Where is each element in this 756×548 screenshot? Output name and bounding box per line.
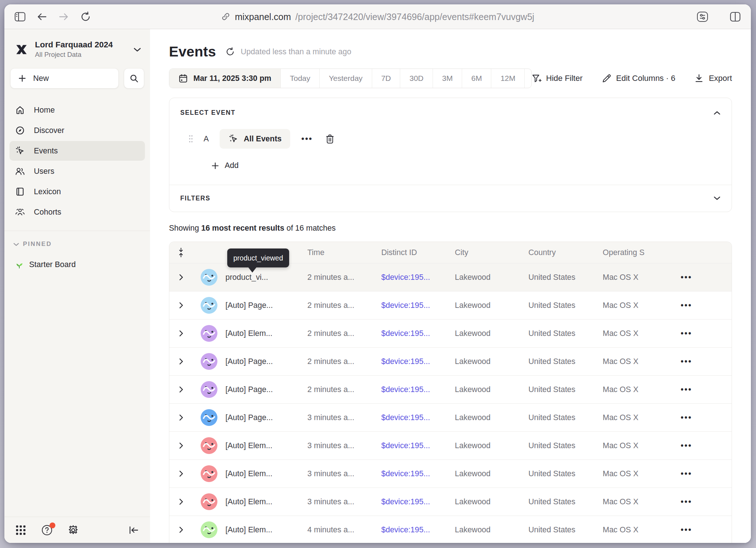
url-bar[interactable]: mixpanel.com/project/3472420/view/397469…: [221, 11, 534, 22]
row-more-icon[interactable]: •••: [673, 525, 732, 535]
event-os: Mac OS X: [603, 385, 673, 394]
event-avatar: [201, 409, 217, 426]
sidebar-item-events[interactable]: Events: [9, 141, 145, 161]
split-view-icon[interactable]: [729, 11, 741, 23]
event-name: [Auto] Elem...: [225, 469, 307, 478]
row-more-icon[interactable]: •••: [673, 329, 732, 338]
row-more-icon[interactable]: •••: [673, 413, 732, 423]
event-name: [Auto] Page...: [225, 357, 307, 366]
delete-event-icon[interactable]: [325, 134, 335, 144]
pinned-section-toggle[interactable]: PINNED: [13, 240, 141, 248]
event-avatar: [201, 381, 217, 398]
sidebar-toggle-icon[interactable]: [14, 11, 26, 23]
apps-grid-icon[interactable]: [15, 524, 27, 536]
back-button[interactable]: [36, 11, 48, 23]
expand-row-icon[interactable]: [169, 330, 196, 337]
row-more-icon[interactable]: •••: [673, 273, 732, 282]
reload-button[interactable]: [79, 11, 92, 23]
add-event-button[interactable]: Add: [211, 161, 721, 170]
range-3m[interactable]: 3M: [433, 69, 462, 88]
distinct-id-link[interactable]: $device:195...: [381, 413, 455, 422]
hide-filter-button[interactable]: Hide Filter: [532, 74, 583, 83]
refresh-icon[interactable]: [225, 47, 235, 56]
new-button[interactable]: New: [10, 68, 119, 89]
sidebar-item-starter-board[interactable]: Starter Board: [9, 255, 145, 274]
event-os: Mac OS X: [603, 469, 673, 478]
expand-row-icon[interactable]: [169, 358, 196, 365]
range-yesterday[interactable]: Yesterday: [319, 69, 372, 88]
column-time[interactable]: Time: [307, 248, 381, 257]
table-row[interactable]: [Auto] Page... 2 minutes a... $device:19…: [169, 291, 732, 319]
date-picker[interactable]: Mar 11, 2025 3:30 pm: [169, 69, 280, 88]
expand-row-icon[interactable]: [169, 386, 196, 393]
table-row[interactable]: [Auto] Page... 2 minutes a... $device:19…: [169, 375, 732, 403]
sidebar-item-users[interactable]: Users: [9, 161, 145, 181]
table-row[interactable]: [Auto] Page... 2 minutes a... $device:19…: [169, 347, 732, 375]
event-name: [Auto] Page...: [225, 413, 307, 422]
event-name-tooltip: product_viewed: [227, 248, 289, 267]
column-country[interactable]: Country: [528, 248, 603, 257]
row-more-icon[interactable]: •••: [673, 385, 732, 395]
range-12m[interactable]: 12M: [491, 69, 524, 88]
distinct-id-link[interactable]: $device:195...: [381, 357, 455, 366]
expand-row-icon[interactable]: [169, 470, 196, 477]
expand-row-icon[interactable]: [169, 526, 196, 533]
table-row[interactable]: [Auto] Elem... 3 minutes a... $device:19…: [169, 431, 732, 459]
table-row[interactable]: [Auto] Page... 3 minutes a... $device:19…: [169, 403, 732, 431]
collapse-sidebar-icon[interactable]: [127, 524, 140, 536]
table-row[interactable]: [Auto] Elem... 2 minutes a... $device:19…: [169, 319, 732, 347]
distinct-id-link[interactable]: $device:195...: [381, 301, 455, 310]
event-selector[interactable]: All Events: [220, 129, 290, 149]
sidebar-item-cohorts[interactable]: Cohorts: [9, 202, 145, 222]
sidebar-item-lexicon[interactable]: Lexicon: [9, 182, 145, 201]
range-7d[interactable]: 7D: [372, 69, 400, 88]
distinct-id-link[interactable]: $device:195...: [381, 385, 455, 394]
expand-section-icon[interactable]: [713, 196, 721, 201]
distinct-id-link[interactable]: $device:195...: [381, 273, 455, 282]
row-more-icon[interactable]: •••: [673, 441, 732, 451]
range-30d[interactable]: 30D: [400, 69, 433, 88]
column-city[interactable]: City: [455, 248, 528, 257]
page-settings-icon[interactable]: [696, 11, 709, 23]
help-icon[interactable]: [41, 524, 53, 536]
distinct-id-link[interactable]: $device:195...: [381, 469, 455, 478]
row-more-icon[interactable]: •••: [673, 497, 732, 507]
gear-icon[interactable]: [67, 524, 79, 536]
column-distinct-id[interactable]: Distinct ID: [381, 248, 455, 257]
distinct-id-link[interactable]: $device:195...: [381, 525, 455, 535]
export-button[interactable]: Export: [694, 74, 732, 83]
expand-row-icon[interactable]: [169, 414, 196, 421]
distinct-id-link[interactable]: $device:195...: [381, 329, 455, 338]
distinct-id-link[interactable]: $device:195...: [381, 497, 455, 506]
table-row[interactable]: [Auto] Elem... 3 minutes a... $device:19…: [169, 459, 732, 488]
event-os: Mac OS X: [603, 329, 673, 338]
sort-icon[interactable]: [169, 247, 196, 258]
event-city: Lakewood: [455, 385, 528, 394]
event-city: Lakewood: [455, 273, 528, 282]
row-more-icon[interactable]: •••: [673, 469, 732, 479]
column-os[interactable]: Operating S: [603, 248, 673, 257]
range-6m[interactable]: 6M: [462, 69, 491, 88]
expand-row-icon[interactable]: [169, 442, 196, 449]
drag-handle-icon[interactable]: [188, 134, 193, 144]
range-today[interactable]: Today: [280, 69, 319, 88]
forward-button[interactable]: [58, 11, 70, 23]
project-switcher[interactable]: Lord Farquaad 2024 All Project Data: [4, 29, 150, 59]
expand-row-icon[interactable]: [169, 302, 196, 309]
search-button[interactable]: [124, 68, 144, 89]
row-more-icon[interactable]: •••: [673, 357, 732, 367]
sidebar-item-discover[interactable]: Discover: [9, 121, 145, 140]
event-more-icon[interactable]: •••: [301, 134, 312, 144]
expand-row-icon[interactable]: [169, 498, 196, 505]
range-xtd[interactable]: XTD: [524, 69, 531, 88]
sidebar-item-home[interactable]: Home: [9, 100, 145, 120]
notification-dot: [50, 522, 55, 528]
table-row[interactable]: [Auto] Elem... 4 minutes a... $device:19…: [169, 516, 732, 543]
row-more-icon[interactable]: •••: [673, 301, 732, 310]
project-name: Lord Farquaad 2024: [35, 40, 127, 50]
distinct-id-link[interactable]: $device:195...: [381, 441, 455, 450]
collapse-section-icon[interactable]: [713, 110, 721, 115]
table-row[interactable]: [Auto] Elem... 3 minutes a... $device:19…: [169, 488, 732, 516]
expand-row-icon[interactable]: [169, 274, 196, 281]
edit-columns-button[interactable]: Edit Columns · 6: [602, 74, 676, 83]
